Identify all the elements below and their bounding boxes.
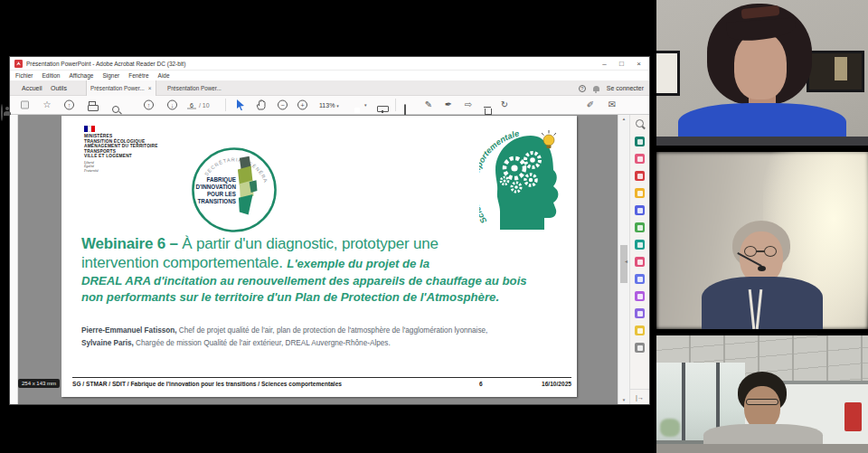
document-area: MINISTÈRES TRANSITION ÉCOLOGIQUE AMÉNAGE…: [18, 115, 618, 404]
hand-tool-icon[interactable]: [256, 99, 267, 110]
measure-tool-icon[interactable]: [635, 308, 645, 318]
fabrique-logo-line: TRANSITIONS: [197, 198, 235, 204]
more-tools-icon[interactable]: [635, 343, 645, 353]
divider: [395, 99, 396, 111]
ministry-line: VILLE ET LOGEMENT: [84, 154, 158, 159]
speaker-name: Pierre-Emmanuel Fatisson,: [81, 326, 177, 335]
redo-rotate-icon[interactable]: ↻: [498, 99, 511, 111]
picture-frame: [656, 51, 680, 96]
scrollbar-thumb[interactable]: [620, 245, 627, 283]
zoom-out-icon[interactable]: −: [278, 100, 288, 110]
headset-mic-tip: [758, 266, 766, 271]
footer-text: SG / STMAR / SDIT / Fabrique de l'innova…: [72, 381, 571, 387]
star-favorite-icon[interactable]: ☆: [41, 99, 53, 111]
window-body: MINISTÈRES TRANSITION ÉCOLOGIQUE AMÉNAGE…: [10, 115, 649, 404]
menu-aide[interactable]: Aide: [158, 72, 170, 79]
tab-close-icon[interactable]: ×: [148, 85, 152, 91]
organize-pages-icon[interactable]: [635, 222, 645, 232]
speaker-name: Sylvaine Paris,: [81, 339, 134, 347]
fill-sign-pen-icon[interactable]: ✒: [442, 99, 455, 111]
pencil-edit-icon[interactable]: ✎: [422, 99, 435, 111]
fill-sign-icon[interactable]: [635, 257, 645, 267]
page-up-icon[interactable]: ↑: [144, 100, 154, 110]
zoom-level-select[interactable]: 113% ▾: [319, 102, 339, 109]
scroll-down-icon[interactable]: ▼: [618, 398, 629, 402]
share-upload-icon[interactable]: ↑: [64, 100, 74, 110]
page-total: / 10: [199, 102, 210, 109]
page-down-icon[interactable]: ↓: [167, 100, 177, 110]
tab-bar: Accueil Outils Présentation Power...× Pr…: [10, 80, 649, 96]
print-icon[interactable]: [88, 101, 97, 109]
footer-page-number: 6: [479, 381, 483, 387]
close-button[interactable]: ×: [630, 57, 647, 71]
title-bar: Présentation PowerPoint - Adobe Acrobat …: [10, 57, 649, 71]
edit-pdf-icon[interactable]: [635, 154, 645, 164]
participant-3-face: [744, 386, 780, 429]
select-cursor-icon[interactable]: [236, 99, 245, 110]
expand-pane-icon[interactable]: |→: [630, 389, 649, 404]
left-panel-collapsed[interactable]: [10, 115, 18, 404]
participant-2-sweater: [702, 277, 823, 329]
account-avatar-icon[interactable]: [1, 104, 3, 121]
collapse-panel-icon[interactable]: ◂: [625, 258, 627, 264]
notifications-bell-icon[interactable]: [593, 86, 599, 91]
pen-tool-icon[interactable]: ✐: [584, 99, 597, 111]
compress-pdf-icon[interactable]: [635, 240, 645, 250]
current-page[interactable]: 6: [187, 102, 196, 109]
menu-signer[interactable]: Signer: [102, 72, 119, 79]
scroll-up-icon[interactable]: ▲: [618, 117, 629, 121]
window-mullion: [682, 363, 685, 444]
create-pdf-icon[interactable]: [635, 171, 645, 181]
shared-screen: Présentation PowerPoint - Adobe Acrobat …: [0, 0, 868, 453]
pdf-page: MINISTÈRES TRANSITION ÉCOLOGIQUE AMÉNAGE…: [61, 116, 577, 397]
tab-document-2[interactable]: Présentation Power...: [164, 80, 225, 96]
title-bold: Webinaire 6 –: [81, 235, 178, 252]
minimize-button[interactable]: –: [596, 57, 613, 71]
zoom-in-icon[interactable]: +: [297, 100, 307, 110]
export-pdf-icon[interactable]: [635, 137, 645, 146]
menu-fenetre[interactable]: Fenêtre: [128, 72, 148, 79]
tab-document-active[interactable]: Présentation Power...×: [86, 80, 156, 96]
speaker-role: Chargée de mission Qualité de l'air exté…: [134, 339, 391, 347]
tab-accueil[interactable]: Accueil: [22, 80, 42, 96]
vertical-scrollbar[interactable]: ▲ ▼: [618, 115, 629, 404]
combine-files-icon[interactable]: [635, 205, 645, 215]
glasses-icon: [764, 246, 777, 257]
help-icon[interactable]: ?: [579, 85, 586, 92]
fit-caret-icon[interactable]: ▾: [364, 102, 367, 108]
video-feeds-panel: [651, 0, 868, 453]
video-feed-participant-3[interactable]: [656, 335, 868, 453]
tools-rail: ◂ |→: [629, 115, 649, 404]
motto-line: Fraternité: [84, 169, 158, 173]
title-italic: L'exemple du projet de la: [287, 257, 429, 270]
speakers-block: Pierre-Emmanuel Fatisson, Chef de projet…: [81, 325, 565, 349]
title-plain: intervention comportementale.: [81, 254, 283, 271]
save-icon[interactable]: [21, 101, 29, 109]
tab-document-2-label: Présentation Power...: [167, 85, 222, 91]
zoom-value: 113%: [319, 102, 335, 109]
send-share-icon[interactable]: ⇨: [462, 99, 475, 111]
title-plain: À partir d'un diagnostic, prototyper une: [182, 235, 438, 252]
glasses-icon: [744, 246, 757, 257]
fabrique-logo-line: FABRIQUE: [207, 176, 236, 184]
desk-edge: [656, 444, 868, 453]
stamp-tool-icon[interactable]: [635, 326, 645, 335]
envelope-icon[interactable]: ✉: [606, 99, 618, 111]
search-tool-icon[interactable]: [635, 118, 646, 129]
video-feed-participant-1[interactable]: [656, 0, 868, 146]
protect-pdf-icon[interactable]: [635, 274, 645, 284]
sign-in-button[interactable]: Se connecter: [607, 85, 644, 91]
window-title: Présentation PowerPoint - Adobe Acrobat …: [26, 61, 185, 67]
video-feed-participant-2[interactable]: [656, 152, 868, 329]
tab-outils[interactable]: Outils: [51, 80, 67, 96]
menu-fichier[interactable]: Fichier: [15, 72, 33, 79]
speaker-role: Chef de projet qualité de l'air, plan de…: [177, 326, 488, 335]
page-number-field[interactable]: 6/ 10: [187, 102, 210, 109]
menu-affichage[interactable]: Affichage: [69, 72, 93, 79]
convert-pdf-icon[interactable]: [635, 291, 645, 301]
menu-edition[interactable]: Edition: [42, 72, 61, 79]
comment-tool-icon[interactable]: [635, 188, 645, 198]
divider: [225, 99, 226, 111]
ministry-line: AMÉNAGEMENT DU TERRITOIRE: [84, 144, 158, 149]
maximize-button[interactable]: □: [613, 57, 630, 71]
